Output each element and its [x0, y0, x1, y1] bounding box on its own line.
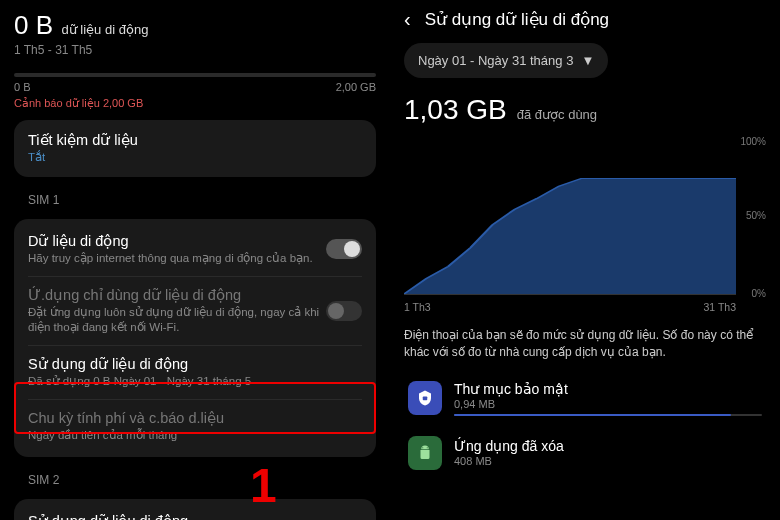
y-label-100: 100%: [740, 136, 766, 147]
used-label: đã được dùng: [517, 107, 597, 122]
mobile-data-title: Dữ liệu di động: [28, 233, 326, 249]
mobile-data-usage-detail-screen: ‹ Sử dụng dữ liệu di động Ngày 01 - Ngày…: [390, 0, 780, 520]
period-text: 1 Th5 - 31 Th5: [14, 43, 376, 57]
app-only-title: Ứ.dụng chỉ dùng dữ liệu di động: [28, 287, 326, 303]
data-saver-status: Tắt: [28, 150, 362, 165]
mobile-data-sub: Hãy truy cập internet thông qua mạng di …: [28, 251, 326, 266]
mobile-data-item[interactable]: Dữ liệu di động Hãy truy cập internet th…: [28, 223, 362, 276]
x-label-end: 31 Th3: [704, 301, 737, 313]
app-only-sub: Đặt ứng dụng luôn sử dụng dữ liệu di độn…: [28, 305, 326, 335]
billing-cycle-item[interactable]: Chu kỳ tính phí và c.báo d.liệu Ngày đầu…: [28, 400, 362, 453]
app-name: Thư mục bảo mật: [454, 381, 762, 397]
mobile-data-usage-item[interactable]: Sử dụng dữ liệu di động Đã sử dụng 0 B N…: [28, 346, 362, 399]
data-warning-text: Cảnh báo dữ liệu 2,00 GB: [14, 97, 376, 110]
app-name: Ứng dụng đã xóa: [454, 438, 762, 454]
app-only-toggle[interactable]: [326, 301, 362, 321]
sim2-card: Sử dụng dữ liệu di động: [14, 499, 376, 520]
billing-title: Chu kỳ tính phí và c.báo d.liệu: [28, 410, 362, 426]
usage-amount: 0 B: [14, 10, 53, 40]
x-axis-labels: 1 Th3 31 Th3: [404, 301, 736, 313]
app-usage-bar: [454, 414, 762, 416]
x-label-start: 1 Th3: [404, 301, 431, 313]
back-icon[interactable]: ‹: [404, 8, 411, 31]
sim1-header: SIM 1: [14, 185, 376, 209]
scale-min: 0 B: [14, 81, 31, 93]
app-size: 408 MB: [454, 455, 762, 467]
secure-folder-icon: [408, 381, 442, 415]
app-size: 0,94 MB: [454, 398, 762, 410]
sim1-card: Dữ liệu di động Hãy truy cập internet th…: [14, 219, 376, 457]
screen2-header: ‹ Sử dụng dữ liệu di động: [404, 0, 766, 37]
settings-data-usage-screen: 0 B dữ liệu di động 1 Th5 - 31 Th5 0 B 2…: [0, 0, 390, 520]
mobile-data-toggle[interactable]: [326, 239, 362, 259]
usage-label: dữ liệu di động: [61, 22, 148, 37]
y-label-50: 50%: [746, 210, 766, 221]
sim2-usage-item[interactable]: Sử dụng dữ liệu di động: [28, 503, 362, 520]
svg-point-3: [427, 447, 428, 448]
y-label-0: 0%: [752, 288, 766, 299]
svg-marker-0: [404, 179, 736, 295]
sim2-header: SIM 2: [14, 465, 376, 489]
usage-scale: 0 B 2,00 GB: [14, 81, 376, 93]
used-summary: 1,03 GB đã được dùng: [404, 94, 766, 126]
billing-sub: Ngày đầu tiên của mỗi tháng: [28, 428, 362, 443]
annotation-callout-1: 1: [250, 458, 277, 513]
app-usage-list: Thư mục bảo mật 0,94 MB Ứng dụng đã xóa …: [404, 371, 766, 480]
usage-item-title: Sử dụng dữ liệu di động: [28, 356, 362, 372]
usage-description: Điện thoại của bạn sẽ đo mức sử dụng dữ …: [404, 327, 766, 361]
period-label: Ngày 01 - Ngày 31 tháng 3: [418, 53, 573, 68]
svg-rect-1: [423, 397, 428, 401]
usage-chart: 100% 50% 0%: [404, 140, 766, 295]
data-saver-card[interactable]: Tiết kiệm dữ liệu Tắt: [14, 120, 376, 177]
used-amount: 1,03 GB: [404, 94, 507, 126]
chevron-down-icon: ▼: [581, 53, 594, 68]
scale-max: 2,00 GB: [336, 81, 376, 93]
app-only-mobile-data-item[interactable]: Ứ.dụng chỉ dùng dữ liệu di động Đặt ứng …: [28, 277, 362, 345]
usage-summary: 0 B dữ liệu di động 1 Th5 - 31 Th5: [14, 0, 376, 61]
svg-point-2: [422, 447, 423, 448]
chart-area: [404, 140, 736, 295]
period-selector[interactable]: Ngày 01 - Ngày 31 tháng 3 ▼: [404, 43, 608, 78]
data-saver-title: Tiết kiệm dữ liệu: [28, 132, 362, 148]
usage-item-sub: Đã sử dụng 0 B Ngày 01 - Ngày 31 tháng 5: [28, 374, 362, 389]
app-item-secure-folder[interactable]: Thư mục bảo mật 0,94 MB: [404, 371, 766, 426]
chart-svg: [404, 140, 736, 294]
screen2-title: Sử dụng dữ liệu di động: [425, 9, 609, 30]
sim2-usage-title: Sử dụng dữ liệu di động: [28, 513, 188, 520]
usage-progress-bar: [14, 73, 376, 77]
android-icon: [408, 436, 442, 470]
app-item-deleted-apps[interactable]: Ứng dụng đã xóa 408 MB: [404, 426, 766, 480]
